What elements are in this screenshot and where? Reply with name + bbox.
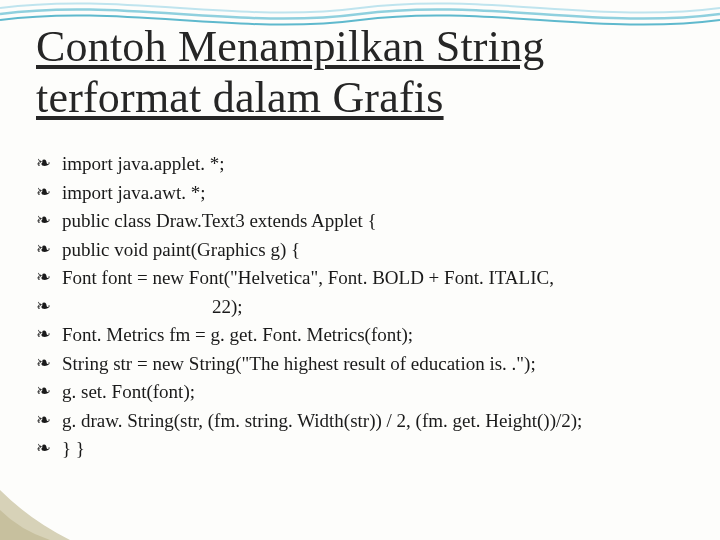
code-line: ❧Font. Metrics fm = g. get. Font. Metric… <box>36 321 690 349</box>
code-text: import java.applet. *; <box>62 153 225 174</box>
code-line: ❧g. draw. String(str, (fm. string. Width… <box>36 407 690 435</box>
bullet-glyph: ❧ <box>36 150 51 176</box>
code-list: ❧import java.applet. *;❧import java.awt.… <box>36 150 690 464</box>
bullet-glyph: ❧ <box>36 179 51 205</box>
code-line: ❧g. set. Font(font); <box>36 378 690 406</box>
code-line: ❧String str = new String("The highest re… <box>36 350 690 378</box>
code-line: ❧Font font = new Font("Helvetica", Font.… <box>36 264 690 292</box>
code-text: g. draw. String(str, (fm. string. Width(… <box>62 410 582 431</box>
decorative-corner-bl <box>0 460 110 540</box>
bullet-glyph: ❧ <box>36 293 51 319</box>
code-line: ❧public void paint(Graphics g) { <box>36 236 690 264</box>
bullet-glyph: ❧ <box>36 236 51 262</box>
bullet-glyph: ❧ <box>36 350 51 376</box>
code-text: import java.awt. *; <box>62 182 206 203</box>
code-text: } } <box>62 438 85 459</box>
code-line: ❧} } <box>36 435 690 463</box>
code-text: g. set. Font(font); <box>62 381 195 402</box>
code-text: Font font = new Font("Helvetica", Font. … <box>62 267 554 288</box>
bullet-glyph: ❧ <box>36 407 51 433</box>
code-line: ❧import java.applet. *; <box>36 150 690 178</box>
code-line: ❧22); <box>36 293 690 321</box>
bullet-glyph: ❧ <box>36 264 51 290</box>
code-text: String str = new String("The highest res… <box>62 353 536 374</box>
slide-title: Contoh Menampilkan String terformat dala… <box>36 22 680 123</box>
bullet-glyph: ❧ <box>36 435 51 461</box>
code-line: ❧import java.awt. *; <box>36 179 690 207</box>
bullet-glyph: ❧ <box>36 207 51 233</box>
code-line: ❧public class Draw.Text3 extends Applet … <box>36 207 690 235</box>
code-continuation: 22); <box>62 293 690 321</box>
code-text: public class Draw.Text3 extends Applet { <box>62 210 377 231</box>
code-text: public void paint(Graphics g) { <box>62 239 300 260</box>
bullet-glyph: ❧ <box>36 321 51 347</box>
code-text: Font. Metrics fm = g. get. Font. Metrics… <box>62 324 413 345</box>
bullet-glyph: ❧ <box>36 378 51 404</box>
